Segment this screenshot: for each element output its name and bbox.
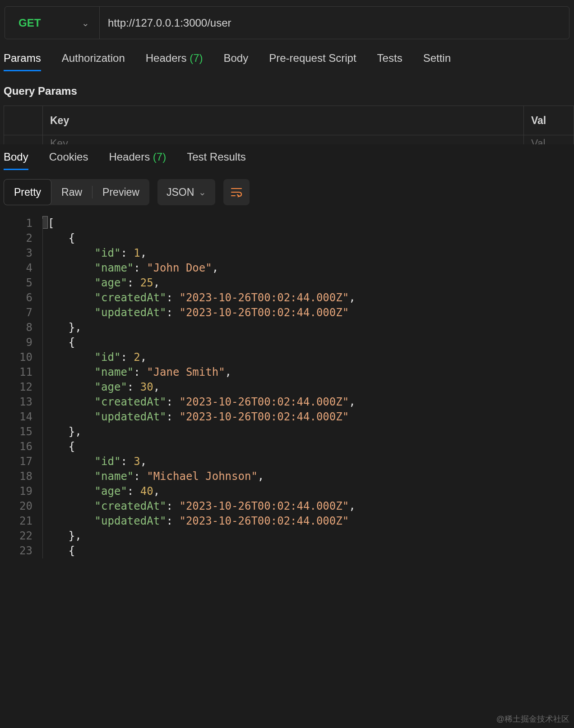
tab-body[interactable]: Body	[4, 151, 28, 170]
wrap-lines-button[interactable]	[223, 179, 250, 205]
column-header-key: Key	[43, 106, 524, 135]
code-line[interactable]: [	[42, 216, 574, 231]
code-line[interactable]: },	[42, 320, 574, 335]
response-tabs: BodyCookiesHeaders (7)Test Results	[0, 144, 574, 170]
chevron-down-icon: ⌄	[82, 18, 89, 28]
url-input[interactable]	[100, 7, 569, 39]
column-header-value: Val	[524, 106, 574, 135]
tab-headers[interactable]: Headers (7)	[146, 52, 203, 71]
code-line[interactable]: "id": 3,	[42, 454, 574, 469]
table-header-row: Key Val	[4, 106, 574, 135]
tab-params[interactable]: Params	[4, 52, 41, 71]
code-line[interactable]: "name": "John Doe",	[42, 261, 574, 276]
header-count: (7)	[150, 151, 166, 163]
query-params-title: Query Params	[0, 71, 574, 106]
tab-cookies[interactable]: Cookies	[49, 151, 88, 170]
method-select[interactable]: GET ⌄	[5, 7, 100, 39]
tab-tests[interactable]: Tests	[377, 52, 403, 71]
code-line[interactable]: {	[42, 335, 574, 350]
code-line[interactable]: {	[42, 231, 574, 246]
mime-label: JSON	[167, 186, 194, 198]
code-line[interactable]: "age": 30,	[42, 380, 574, 395]
pretty-button[interactable]: Pretty	[4, 179, 51, 205]
code-line[interactable]: "createdAt": "2023-10-26T00:02:44.000Z",	[42, 499, 574, 514]
code-lines[interactable]: [ { "id": 1, "name": "John Doe", "age": …	[42, 216, 574, 558]
code-line[interactable]: "updatedAt": "2023-10-26T00:02:44.000Z"	[42, 514, 574, 529]
format-row: PrettyRawPreview JSON ⌄	[0, 170, 574, 213]
line-number-gutter: 1234567891011121314151617181920212223	[0, 216, 42, 558]
response-panel: BodyCookiesHeaders (7)Test Results Prett…	[0, 144, 574, 728]
preview-button[interactable]: Preview	[93, 179, 149, 205]
tab-body[interactable]: Body	[224, 52, 249, 71]
header-count: (7)	[187, 52, 203, 64]
checkbox-header	[4, 106, 43, 135]
request-bar: GET ⌄	[5, 6, 569, 39]
tab-settin[interactable]: Settin	[423, 52, 451, 71]
code-line[interactable]: },	[42, 529, 574, 544]
code-line[interactable]: },	[42, 424, 574, 439]
tab-test-results[interactable]: Test Results	[187, 151, 246, 170]
wrap-icon	[231, 187, 242, 197]
chevron-down-icon: ⌄	[199, 187, 206, 198]
tab-pre-request-script[interactable]: Pre-request Script	[269, 52, 356, 71]
response-body-viewer[interactable]: 1234567891011121314151617181920212223 [ …	[0, 213, 574, 558]
code-line[interactable]: "createdAt": "2023-10-26T00:02:44.000Z",	[42, 290, 574, 305]
code-line[interactable]: "age": 40,	[42, 484, 574, 499]
code-line[interactable]: "id": 1,	[42, 246, 574, 261]
watermark: @稀土掘金技术社区	[496, 714, 569, 724]
code-line[interactable]: "age": 25,	[42, 276, 574, 290]
method-label: GET	[19, 17, 41, 29]
raw-button[interactable]: Raw	[51, 179, 92, 205]
code-line[interactable]: "createdAt": "2023-10-26T00:02:44.000Z",	[42, 395, 574, 410]
code-line[interactable]: "name": "Jane Smith",	[42, 365, 574, 380]
request-tabs: ParamsAuthorizationHeaders (7)BodyPre-re…	[0, 39, 574, 71]
view-mode-group: PrettyRawPreview	[4, 179, 149, 205]
code-line[interactable]: "id": 2,	[42, 350, 574, 365]
mime-select[interactable]: JSON ⌄	[157, 179, 215, 205]
code-line[interactable]: "updatedAt": "2023-10-26T00:02:44.000Z"	[42, 305, 574, 320]
code-line[interactable]: "updatedAt": "2023-10-26T00:02:44.000Z"	[42, 410, 574, 424]
code-line[interactable]: {	[42, 544, 574, 558]
tab-authorization[interactable]: Authorization	[62, 52, 125, 71]
code-line[interactable]: {	[42, 439, 574, 454]
tab-headers[interactable]: Headers (7)	[109, 151, 166, 170]
code-line[interactable]: "name": "Michael Johnson",	[42, 469, 574, 484]
